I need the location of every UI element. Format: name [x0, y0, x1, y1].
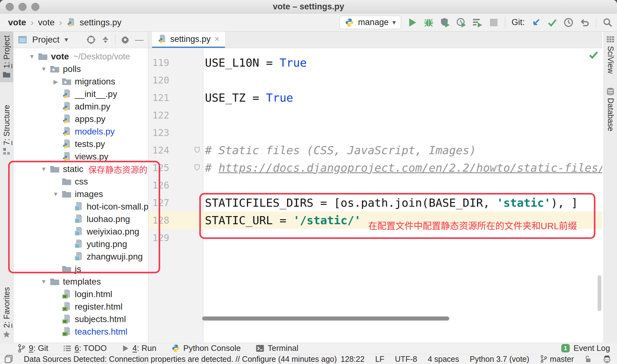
tool-button-sciview[interactable]: SciView: [604, 32, 617, 77]
close-tab-icon[interactable]: ×: [214, 34, 219, 44]
fold-region-icon[interactable]: [194, 164, 200, 171]
toolwindow-terminal[interactable]: Terminal: [256, 343, 298, 353]
code-line-126: 126: [148, 176, 602, 194]
indent-selector[interactable]: 4 spaces: [428, 355, 459, 364]
panel-header-separator: [115, 34, 115, 45]
chevron-collapsed-icon[interactable]: ▶: [50, 78, 62, 85]
tree-item-static[interactable]: ▼ static 保存静态资源的目录: [13, 163, 148, 175]
chevron-expanded-icon[interactable]: ▼: [50, 191, 62, 198]
html-file-icon: [62, 302, 72, 311]
static-annotation-text: 保存静态资源的目录: [88, 163, 148, 175]
breadcrumb-project[interactable]: vote: [8, 18, 26, 28]
event-log-button[interactable]: 1 Event Log: [561, 343, 610, 353]
status-message[interactable]: Data Sources Detected: Connection proper…: [24, 355, 337, 364]
tree-item-login-html[interactable]: login.html: [13, 288, 148, 301]
breadcrumb-package[interactable]: vote: [38, 18, 55, 28]
tool-button-structure[interactable]: 7: Structure: [0, 101, 13, 159]
chevron-expanded-icon[interactable]: ▼: [38, 166, 50, 173]
tree-item-models-py[interactable]: models.py: [13, 125, 148, 138]
image-file-icon: [74, 202, 84, 211]
tree-item-css[interactable]: css: [13, 175, 148, 188]
editor-tab-bar: settings.py ×: [148, 32, 602, 48]
tree-item-admin-py[interactable]: admin.py: [13, 100, 148, 113]
run-configuration-select[interactable]: manage ▾: [339, 16, 401, 29]
locate-file-button[interactable]: [86, 35, 96, 44]
tree-item-luohao-png[interactable]: luohao.png: [13, 213, 148, 225]
code-line-119: 119 USE_L10N = True: [148, 54, 602, 71]
git-rollback-button[interactable]: [580, 18, 590, 28]
chevron-expanded-icon[interactable]: ▼: [26, 53, 38, 60]
vertical-scrollbar[interactable]: [598, 275, 601, 311]
breadcrumb-separator-icon: ›: [31, 17, 34, 28]
tree-item-js[interactable]: js: [13, 263, 148, 276]
html-file-icon: [62, 315, 72, 324]
comment-link[interactable]: https://docs.djangoproject.com/en/2.2/ho…: [218, 161, 602, 174]
toolwindow-git[interactable]: 9: Git: [18, 343, 48, 353]
toolwindow-run[interactable]: 4: Run: [122, 343, 156, 353]
lock-icon[interactable]: [584, 355, 592, 363]
gear-icon[interactable]: [120, 35, 130, 44]
line-ending-selector[interactable]: LF: [375, 355, 384, 364]
debug-button[interactable]: [424, 18, 434, 28]
toolwindow-todo[interactable]: 6: TODO: [63, 343, 107, 353]
chevron-down-icon[interactable]: ▾: [64, 36, 68, 44]
folder-icon: [62, 265, 72, 274]
code-editor[interactable]: 119 USE_L10N = True 120 121 USE_TZ = Tru…: [148, 48, 602, 342]
tree-item-tests-py[interactable]: tests.py: [13, 138, 148, 150]
tree-item-apps-py[interactable]: apps.py: [13, 113, 148, 125]
tree-item-vote[interactable]: ▼ vote ~/Desktop/vote: [13, 50, 148, 63]
git-branch-widget[interactable]: master: [540, 355, 574, 364]
git-commit-button[interactable]: [547, 18, 557, 28]
tree-item-yuting-png[interactable]: yuting.png: [13, 238, 148, 250]
toolwindow-switcher-icon[interactable]: [4, 355, 13, 363]
project-panel-title[interactable]: Project: [32, 35, 59, 45]
caret-position[interactable]: 128:22: [341, 355, 365, 364]
breadcrumb-file[interactable]: settings.py: [80, 18, 122, 28]
tool-button-project[interactable]: 1: Project: [0, 32, 13, 82]
search-everywhere-button[interactable]: [603, 18, 613, 28]
tree-item-weiyixiao-png[interactable]: weiyixiao.png: [13, 225, 148, 238]
horizontal-scrollbar[interactable]: [202, 316, 449, 321]
tree-item-subjects-html[interactable]: subjects.html: [13, 313, 148, 326]
fold-region-icon[interactable]: [194, 147, 200, 154]
code-line-122: 122: [148, 106, 602, 124]
run-button[interactable]: [407, 18, 417, 28]
python-file-icon: [62, 89, 72, 99]
tree-item-migrations[interactable]: ▶ migrations: [13, 75, 148, 88]
chevron-expanded-icon[interactable]: ▼: [38, 278, 50, 285]
encoding-selector[interactable]: UTF-8: [395, 355, 417, 364]
run-with-coverage-button[interactable]: [440, 18, 450, 28]
tree-item-zhangwuji-png[interactable]: zhangwuji.png: [13, 250, 148, 263]
run-configuration-name: manage: [358, 18, 389, 27]
hide-panel-button[interactable]: —: [135, 35, 144, 45]
tab-settings-py[interactable]: settings.py ×: [152, 32, 225, 48]
toolbar-separator: [596, 17, 596, 28]
tree-item-polls[interactable]: ▼ polls: [13, 63, 148, 75]
interpreter-selector[interactable]: Python 3.7 (vote): [470, 355, 529, 364]
tree-item-images[interactable]: ▼ images: [13, 188, 148, 200]
tree-item-templates[interactable]: ▼ templates: [13, 276, 148, 288]
tool-button-database[interactable]: Database: [604, 83, 617, 135]
image-file-icon: [74, 227, 84, 236]
python-file-icon: [67, 18, 75, 27]
chevron-expanded-icon[interactable]: ▼: [38, 66, 50, 73]
toolbar-separator: [505, 17, 505, 28]
tree-item-register-html[interactable]: register.html: [13, 301, 148, 313]
tree-item-init-py[interactable]: __init__.py: [13, 88, 148, 100]
collapse-all-button[interactable]: [101, 35, 110, 44]
git-update-button[interactable]: [531, 18, 541, 28]
tree-item-views-py[interactable]: views.py: [13, 150, 148, 163]
project-panel: Project ▾ — ▼ vote ~/Desktop/vote ▼ poll…: [13, 32, 148, 342]
git-history-button[interactable]: [563, 18, 574, 28]
toolwindow-python-console[interactable]: Python Console: [171, 343, 241, 353]
profile-button[interactable]: [456, 18, 466, 28]
run-icon: [122, 345, 129, 352]
star-icon: [3, 331, 11, 339]
tree-item-teachers-html[interactable]: teachers.html: [13, 326, 148, 338]
tool-button-favorites[interactable]: 2: Favorites: [0, 283, 13, 342]
run-with-configuration-button[interactable]: [472, 18, 482, 28]
main-toolbar: vote › vote › settings.py manage ▾ Git:: [0, 13, 617, 32]
highlighting-level-icon[interactable]: [603, 355, 611, 363]
stop-button[interactable]: [489, 18, 499, 28]
tree-item-hot-icon-small-png[interactable]: hot-icon-small.png: [13, 200, 148, 213]
